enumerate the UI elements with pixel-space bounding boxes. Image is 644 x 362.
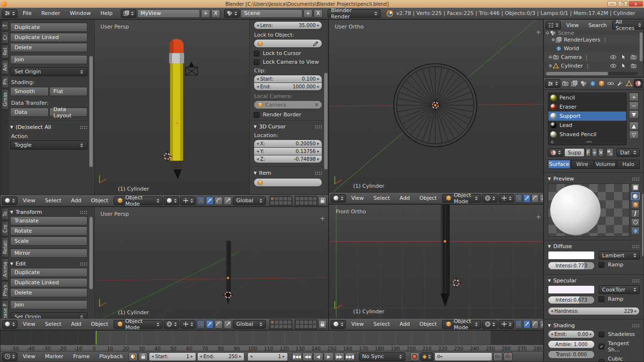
mirror-button[interactable]: Mirror [10,249,87,258]
specular-shader-dropdown[interactable]: CookTorr [599,285,640,294]
lock-time-button[interactable] [139,352,148,361]
shadeless-checkbox[interactable] [599,332,604,337]
close-scene-button[interactable]: X [314,9,323,18]
manipulator-scale[interactable] [224,320,232,329]
menu-object[interactable]: Object [86,321,113,327]
tab-data[interactable] [625,79,633,88]
slot-add-icon[interactable]: ⊕ [550,139,554,144]
item-name-field[interactable] [254,178,322,187]
lock-camera-row[interactable]: Lock Camera to View [254,59,322,65]
specular-ramp-row[interactable]: Ramp [599,296,640,302]
outliner-row-camera[interactable]: ⊕Camera| [544,53,644,61]
timeline-canvas[interactable]: -50-40-30-20-100102030405060708090100110… [0,331,543,352]
panel-grip[interactable] [80,125,87,129]
specular-color-swatch[interactable] [548,285,595,294]
diffuse-panel-header[interactable]: ▼Diffuse [548,243,640,250]
cursor-x-field[interactable]: ◂X:0.20050▸ [254,139,322,148]
selectable-arrow-icon[interactable] [620,54,627,60]
type-tab-surface[interactable]: Surface [548,160,571,169]
editor-type-info[interactable] [2,9,17,18]
render-border-checkbox[interactable] [254,112,259,118]
remove-slot-button[interactable]: − [629,101,639,110]
renderable-camera-icon[interactable] [630,54,637,60]
preview-sphere-button[interactable] [631,192,640,200]
editor-type-outliner[interactable] [545,21,561,29]
material-browse-dropdown[interactable] [548,148,563,157]
menu-select[interactable]: Select [369,195,394,201]
panel-grip[interactable] [80,262,87,265]
tab-world[interactable] [588,79,597,88]
tab-scene[interactable] [579,79,588,88]
lock-button[interactable] [318,196,327,205]
panel-grip[interactable] [315,171,322,175]
add-slot-button[interactable]: + [629,93,639,101]
slot-support[interactable]: Support [548,111,626,121]
panel-grip[interactable] [632,245,640,248]
lock-camera-checkbox[interactable] [254,59,259,65]
action-dropdown[interactable]: Toggle [10,140,87,150]
close-button[interactable]: x [629,1,643,7]
menu-view[interactable]: View [18,321,40,327]
layers-widget[interactable] [270,196,317,206]
transform-panel-header[interactable]: ▼Transform [10,209,87,215]
menu-file[interactable]: File [18,10,36,16]
move-slot-down-button[interactable]: ▽ [629,130,639,139]
display-filter-dropdown[interactable]: All Scenes [612,21,644,29]
properties-scrollbar[interactable] [642,194,644,256]
menu-render[interactable]: Render [37,10,64,16]
orientation-dropdown[interactable]: Global [233,320,266,329]
panel-grip[interactable] [632,324,640,327]
menu-add[interactable]: Add [395,195,414,201]
n-panel-scrollbar[interactable] [324,73,328,169]
viewport-canvas-top-left[interactable]: User Persp (1) Cylinder [95,20,249,196]
menu-add[interactable]: Add [395,321,414,327]
tab-render[interactable] [561,79,570,88]
viewport-canvas-bottom-right[interactable]: Front Ortho (1) Cylinder + [329,205,544,319]
add-scene-button[interactable]: + [303,9,313,18]
preview-world-button[interactable] [631,227,640,235]
menu-select[interactable]: Select [369,321,394,327]
menu-select[interactable]: Select [41,321,66,327]
frame-start-field[interactable]: ◂Start:1▸ [149,352,196,361]
editor-type-properties[interactable] [545,79,560,88]
next-keyframe-button[interactable]: ▶▶ [334,352,344,361]
unlink-material-button[interactable]: ✕ [598,148,603,157]
slot-shaved-pencil[interactable]: Shaved Pencil [548,130,626,139]
maximize-button[interactable]: ❐ [618,1,628,7]
tangent-shading-checkbox[interactable]: ✓ [599,344,604,349]
use-nodes-button[interactable] [606,148,614,157]
diffuse-ramp-checkbox[interactable] [599,262,604,268]
manipulator-rotate[interactable] [215,196,223,205]
shelf-tab-grease[interactable]: Grease P [1,300,9,319]
editor-type-3dview[interactable] [2,196,17,205]
duplicate-linked-button[interactable]: Duplicate Linked [10,278,87,287]
lock-button[interactable] [318,320,327,329]
menu-search[interactable]: Search [584,22,611,28]
cursor-z-field[interactable]: ◂Z:-0.74898▸ [254,155,322,163]
outliner-hscrollbar[interactable] [546,72,638,75]
add-layout-button[interactable]: + [201,9,210,18]
ambient-slider[interactable]: Ambie: 1.000 [548,340,595,348]
layers-widget[interactable] [270,320,317,329]
prev-keyframe-button[interactable]: ◀◀ [302,352,313,361]
n-panel-open-icon[interactable]: + [320,215,325,222]
lock-object-field[interactable] [254,39,322,48]
set-origin-dropdown[interactable]: Set Origin [10,67,87,76]
edit-panel-header[interactable]: ▼Edit [10,261,87,267]
menu-object[interactable]: Object [86,197,113,204]
keying-set-dropdown[interactable]: ◆ [420,352,433,361]
preview-sphere2-button[interactable] [631,218,640,226]
slot-lead[interactable]: Lead [548,121,626,130]
move-slot-up-button[interactable]: ▲ [629,122,639,130]
render-engine-select[interactable]: Blender Render [328,9,381,18]
window-titlebar[interactable]: Blender [C:\Users\Jessica\Documents\Blen… [0,0,644,8]
pivot-dropdown[interactable] [499,194,514,203]
hardness-field[interactable]: ◂Hardness:229▸ [548,307,640,315]
lock-to-cursor-row[interactable]: Lock to Cursor [254,50,322,56]
specular-ramp-checkbox[interactable] [599,296,604,302]
diffuse-color-swatch[interactable] [548,251,595,260]
cubic-interpolation-row[interactable]: Cubic Inter... [599,356,640,362]
join-button[interactable]: Join [10,55,87,64]
n-panel-open-icon[interactable]: + [536,213,541,221]
manipulator-toggle[interactable] [515,320,522,329]
